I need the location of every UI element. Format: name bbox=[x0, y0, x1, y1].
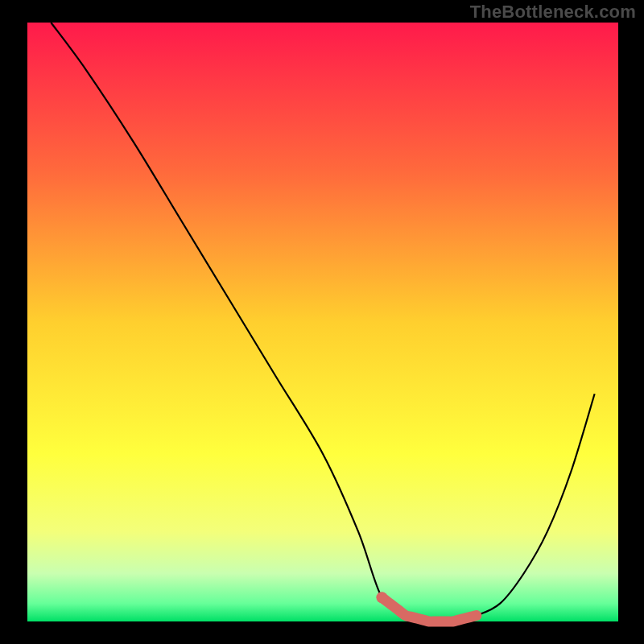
plot-background bbox=[27, 23, 618, 621]
bottleneck-chart bbox=[0, 0, 644, 644]
chart-frame: TheBottleneck.com bbox=[0, 0, 644, 644]
optimal-range-start-dot bbox=[376, 592, 387, 603]
watermark-text: TheBottleneck.com bbox=[470, 2, 636, 23]
